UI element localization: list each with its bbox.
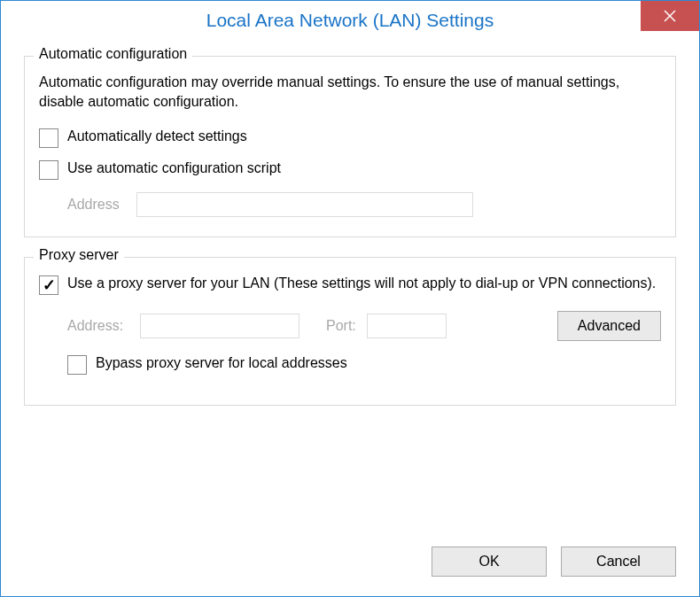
- dialog-button-row: OK Cancel: [24, 538, 676, 577]
- use-proxy-label: Use a proxy server for your LAN (These s…: [67, 274, 656, 293]
- proxy-port-input[interactable]: [367, 314, 447, 338]
- use-proxy-row: Use a proxy server for your LAN (These s…: [39, 274, 661, 295]
- auto-script-row: Use automatic configuration script: [39, 159, 661, 180]
- auto-detect-checkbox[interactable]: [39, 128, 58, 148]
- use-proxy-checkbox[interactable]: [39, 275, 58, 295]
- titlebar: Local Area Network (LAN) Settings: [1, 1, 699, 40]
- auto-detect-label: Automatically detect settings: [67, 127, 247, 146]
- proxy-fields-row: Address: Port: Advanced: [67, 311, 661, 341]
- group-legend: Proxy server: [34, 247, 124, 263]
- bypass-checkbox[interactable]: [67, 355, 87, 375]
- auto-config-description: Automatic configuration may override man…: [39, 73, 661, 112]
- auto-address-row: Address: [67, 192, 661, 217]
- dialog-content: Automatic configuration Automatic config…: [1, 40, 699, 596]
- group-legend: Automatic configuration: [34, 46, 192, 62]
- advanced-button[interactable]: Advanced: [557, 311, 661, 341]
- auto-script-checkbox[interactable]: [39, 160, 58, 180]
- bypass-row: Bypass proxy server for local addresses: [67, 353, 661, 375]
- proxy-address-label: Address:: [67, 318, 129, 334]
- automatic-configuration-group: Automatic configuration Automatic config…: [24, 56, 676, 237]
- auto-address-input[interactable]: [136, 192, 473, 217]
- ok-button[interactable]: OK: [432, 547, 547, 577]
- window-title: Local Area Network (LAN) Settings: [206, 10, 494, 31]
- auto-address-label: Address: [67, 197, 129, 213]
- auto-script-label: Use automatic configuration script: [67, 159, 281, 178]
- bypass-label: Bypass proxy server for local addresses: [96, 353, 347, 373]
- close-icon: [664, 10, 676, 22]
- proxy-port-label: Port:: [326, 318, 356, 334]
- proxy-address-input[interactable]: [140, 314, 299, 338]
- cancel-button[interactable]: Cancel: [561, 547, 676, 577]
- auto-detect-row: Automatically detect settings: [39, 127, 661, 148]
- lan-settings-dialog: Local Area Network (LAN) Settings Automa…: [0, 0, 700, 597]
- close-button[interactable]: [641, 1, 699, 31]
- proxy-server-group: Proxy server Use a proxy server for your…: [24, 257, 676, 406]
